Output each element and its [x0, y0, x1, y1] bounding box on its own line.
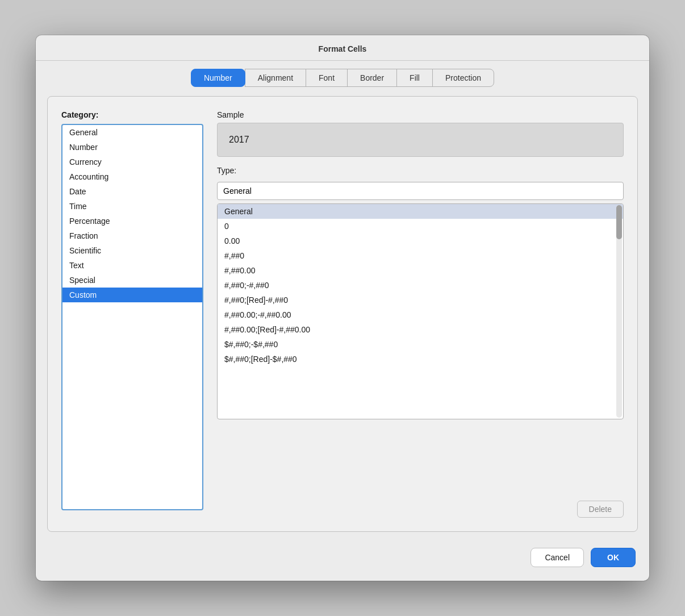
right-panel: Sample 2017 Type: General00.00#,##0#,##0… [217, 110, 624, 518]
category-item-special[interactable]: Special [62, 273, 202, 288]
type-list-item[interactable]: General [218, 204, 623, 219]
type-list-item[interactable]: #,##0;[Red]-#,##0 [218, 293, 623, 307]
category-item-accounting[interactable]: Accounting [62, 169, 202, 184]
category-item-fraction[interactable]: Fraction [62, 228, 202, 243]
category-item-scientific[interactable]: Scientific [62, 243, 202, 258]
cancel-button[interactable]: Cancel [531, 548, 584, 567]
dialog-title: Format Cells [36, 35, 649, 61]
type-list-item[interactable]: 0 [218, 219, 623, 234]
category-item-time[interactable]: Time [62, 199, 202, 214]
type-list-item[interactable]: $#,##0;[Red]-$#,##0 [218, 352, 623, 367]
type-list-item[interactable]: #,##0 [218, 248, 623, 263]
category-item-custom[interactable]: Custom [62, 288, 202, 302]
type-list-item[interactable]: $#,##0;-$#,##0 [218, 337, 623, 352]
type-list-item[interactable]: 0.00 [218, 234, 623, 248]
content-area: Category: GeneralNumberCurrencyAccountin… [47, 96, 638, 532]
tab-number[interactable]: Number [191, 69, 245, 87]
scrollbar-thumb[interactable] [616, 205, 622, 239]
tab-fill[interactable]: Fill [396, 69, 433, 87]
category-item-general[interactable]: General [62, 125, 202, 140]
tab-protection[interactable]: Protection [432, 69, 494, 87]
category-item-number[interactable]: Number [62, 140, 202, 155]
category-item-percentage[interactable]: Percentage [62, 214, 202, 228]
type-list-container[interactable]: General00.00#,##0#,##0.00#,##0;-#,##0#,#… [217, 203, 624, 419]
footer: Cancel OK [36, 541, 649, 567]
category-label: Category: [61, 110, 203, 119]
type-list: General00.00#,##0#,##0.00#,##0;-#,##0#,#… [218, 204, 623, 367]
sample-value: 2017 [217, 123, 624, 157]
type-input[interactable] [217, 182, 624, 200]
tab-border[interactable]: Border [347, 69, 397, 87]
category-item-date[interactable]: Date [62, 184, 202, 199]
sample-label: Sample [217, 110, 624, 119]
ok-button[interactable]: OK [591, 548, 636, 567]
type-list-item[interactable]: #,##0.00 [218, 263, 623, 278]
type-label: Type: [217, 166, 624, 175]
type-list-item[interactable]: #,##0.00;-#,##0.00 [218, 307, 623, 322]
category-item-currency[interactable]: Currency [62, 155, 202, 169]
type-list-item[interactable]: #,##0;-#,##0 [218, 278, 623, 293]
delete-row: Delete [217, 501, 624, 518]
tab-font[interactable]: Font [306, 69, 348, 87]
category-list[interactable]: GeneralNumberCurrencyAccountingDateTimeP… [61, 124, 203, 510]
left-panel: Category: GeneralNumberCurrencyAccountin… [61, 110, 203, 518]
format-cells-dialog: Format Cells NumberAlignmentFontBorderFi… [36, 35, 649, 581]
main-body: Category: GeneralNumberCurrencyAccountin… [61, 110, 624, 518]
sample-section: Sample 2017 [217, 110, 624, 157]
tab-alignment[interactable]: Alignment [245, 69, 306, 87]
category-item-text[interactable]: Text [62, 258, 202, 273]
type-list-item[interactable]: #,##0.00;[Red]-#,##0.00 [218, 322, 623, 337]
delete-button[interactable]: Delete [577, 501, 624, 518]
type-list-wrapper: General00.00#,##0#,##0.00#,##0;-#,##0#,#… [217, 203, 624, 493]
type-section: Type: General00.00#,##0#,##0.00#,##0;-#,… [217, 166, 624, 518]
tab-bar: NumberAlignmentFontBorderFillProtection [36, 61, 649, 87]
scrollbar-track [616, 205, 622, 418]
